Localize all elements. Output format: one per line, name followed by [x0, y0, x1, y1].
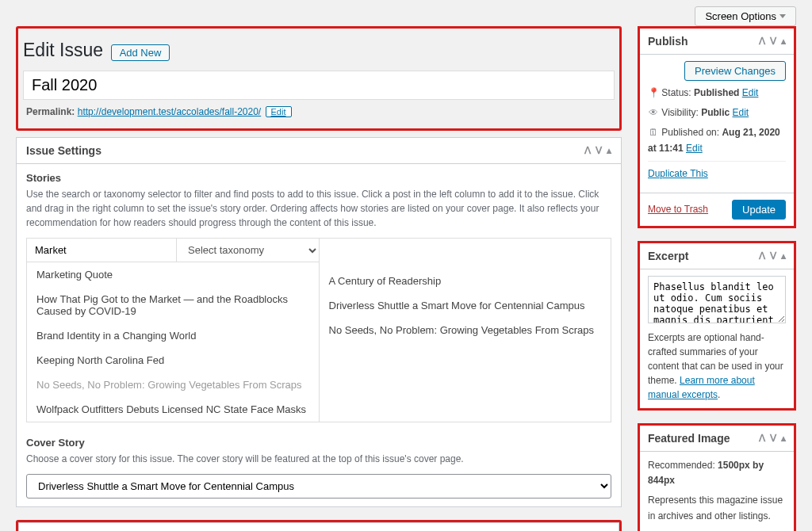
list-item[interactable]: Wolfpack Outfitters Debuts Licensed NC S…	[27, 397, 319, 422]
permalink-edit-button[interactable]: Edit	[266, 106, 292, 117]
published-edit-link[interactable]: Edit	[686, 143, 703, 154]
title-area-highlight: Edit Issue Add New Permalink: http://dev…	[16, 26, 622, 131]
metadata-highlight: Metadata ᐱ ᐯ ▴ Some metadata is automati…	[16, 520, 622, 531]
pin-icon: 📍	[648, 86, 659, 101]
toggle-icon[interactable]: ▴	[781, 36, 786, 47]
move-up-icon[interactable]: ᐱ	[759, 250, 765, 262]
cover-story-heading: Cover Story	[26, 437, 611, 449]
cover-story-help: Choose a cover story for this issue. The…	[26, 452, 611, 466]
visibility-value: Public	[701, 107, 730, 118]
add-new-button[interactable]: Add New	[111, 44, 170, 61]
featured-image-desc: Represents this magazine issue in archiv…	[648, 493, 786, 523]
calendar-icon: 🗓	[648, 125, 659, 140]
selected-stories-list: A Century of Readership Driverless Shutt…	[320, 239, 611, 342]
featured-image-title: Featured Image	[648, 432, 730, 445]
taxonomy-select[interactable]: Select taxonomy	[176, 239, 319, 262]
post-title-input[interactable]	[23, 71, 615, 100]
list-item[interactable]: How That Pig Got to the Market — and the…	[27, 287, 319, 323]
excerpt-title: Excerpt	[648, 250, 688, 262]
publish-panel: Publish ᐱ ᐯ ▴ Preview Changes 📍 Status: …	[638, 26, 796, 228]
toggle-icon[interactable]: ▴	[781, 250, 786, 262]
move-down-icon[interactable]: ᐯ	[770, 36, 776, 47]
toggle-icon[interactable]: ▴	[781, 433, 786, 444]
stories-help: Use the search or taxonomy selector to f…	[26, 187, 611, 230]
page-title: Edit Issue	[23, 40, 103, 61]
screen-options-label: Screen Options	[705, 10, 776, 22]
cover-story-select[interactable]: Driverless Shuttle a Smart Move for Cent…	[26, 474, 611, 499]
stories-heading: Stories	[26, 172, 611, 184]
move-up-icon[interactable]: ᐱ	[759, 433, 765, 444]
eye-icon: 👁	[648, 105, 659, 120]
move-up-icon[interactable]: ᐱ	[759, 36, 765, 47]
status-value: Published	[694, 87, 739, 98]
status-label: Status:	[661, 87, 691, 98]
story-search-input[interactable]	[27, 239, 176, 262]
excerpt-panel: Excerpt ᐱ ᐯ ▴ Excerpts are optional hand…	[638, 241, 796, 411]
issue-settings-title: Issue Settings	[26, 144, 102, 157]
publish-title: Publish	[648, 35, 688, 48]
recommended-label: Recommended:	[648, 460, 715, 471]
visibility-label: Visibility:	[661, 107, 698, 118]
status-edit-link[interactable]: Edit	[742, 87, 759, 98]
list-item[interactable]: Driverless Shuttle a Smart Move for Cent…	[320, 293, 611, 318]
move-down-icon[interactable]: ᐯ	[770, 250, 776, 262]
permalink-label: Permalink:	[26, 106, 75, 117]
move-up-icon[interactable]: ᐱ	[584, 145, 591, 156]
permalink-url[interactable]: http://development.test/accolades/fall-2…	[78, 106, 261, 117]
list-item[interactable]: A Century of Readership	[320, 269, 611, 293]
screen-options-button[interactable]: Screen Options	[695, 6, 796, 26]
available-stories-list: Marketing Quote How That Pig Got to the …	[27, 262, 319, 422]
issue-settings-panel: Issue Settings ᐱ ᐯ ▴ Stories Use the sea…	[16, 137, 622, 507]
duplicate-link[interactable]: Duplicate This	[648, 168, 708, 179]
chevron-down-icon	[779, 14, 786, 18]
featured-image-panel: Featured Image ᐱ ᐯ ▴ Recommended: 1500px…	[638, 423, 796, 531]
list-item: No Seeds, No Problem: Growing Vegetables…	[27, 372, 319, 397]
list-item[interactable]: Brand Identity in a Changing World	[27, 323, 319, 348]
move-down-icon[interactable]: ᐯ	[596, 145, 602, 156]
visibility-edit-link[interactable]: Edit	[733, 107, 749, 118]
list-item[interactable]: Marketing Quote	[27, 262, 319, 287]
toggle-icon[interactable]: ▴	[607, 145, 611, 156]
excerpt-textarea[interactable]	[648, 276, 786, 323]
list-item[interactable]: Keeping North Carolina Fed	[27, 348, 319, 372]
update-button[interactable]: Update	[732, 200, 786, 220]
published-label: Published on:	[661, 127, 719, 138]
preview-changes-button[interactable]: Preview Changes	[684, 61, 786, 81]
move-to-trash-link[interactable]: Move to Trash	[648, 204, 708, 215]
list-item[interactable]: No Seeds, No Problem: Growing Vegetables…	[320, 318, 611, 342]
excerpt-help-b: .	[718, 389, 720, 400]
move-down-icon[interactable]: ᐯ	[770, 433, 776, 444]
